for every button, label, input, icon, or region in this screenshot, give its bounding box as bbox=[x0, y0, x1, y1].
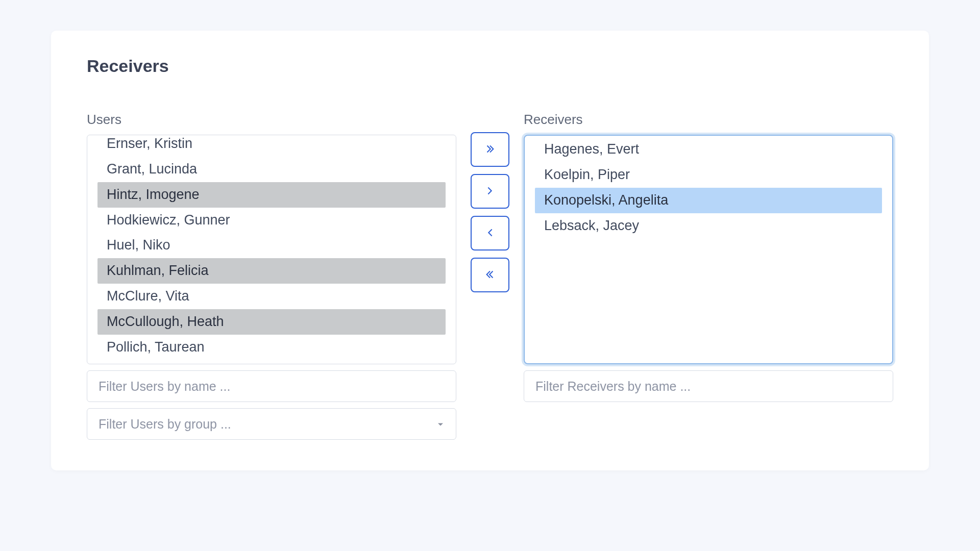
users-listbox[interactable]: Ernser, KristinGrant, LucindaHintz, Imog… bbox=[87, 135, 456, 364]
receivers-filter-name[interactable] bbox=[524, 370, 893, 402]
receivers-column: Receivers Hagenes, EvertKoelpin, PiperKo… bbox=[524, 112, 893, 402]
chevron-down-icon bbox=[436, 417, 445, 432]
receiver-item[interactable]: Konopelski, Angelita bbox=[535, 188, 882, 213]
user-item[interactable]: Hintz, Imogene bbox=[97, 182, 446, 208]
user-item[interactable]: Hodkiewicz, Gunner bbox=[97, 208, 446, 233]
user-item[interactable]: Kuhlman, Felicia bbox=[97, 258, 446, 284]
chevron-right-icon bbox=[484, 185, 496, 198]
receivers-card: Receivers Users Ernser, KristinGrant, Lu… bbox=[51, 31, 929, 470]
transfer-buttons bbox=[471, 112, 509, 292]
receiver-item[interactable]: Lebsack, Jacey bbox=[535, 213, 882, 239]
receiver-item[interactable]: Hagenes, Evert bbox=[535, 137, 882, 162]
receivers-listbox[interactable]: Hagenes, EvertKoelpin, PiperKonopelski, … bbox=[524, 135, 893, 364]
add-selected-button[interactable] bbox=[471, 174, 509, 209]
receivers-label: Receivers bbox=[524, 112, 893, 128]
chevron-double-right-icon bbox=[484, 143, 496, 156]
user-item[interactable]: Grant, Lucinda bbox=[97, 157, 446, 182]
users-filter-name-input[interactable] bbox=[99, 379, 445, 394]
dual-listbox: Users Ernser, KristinGrant, LucindaHintz… bbox=[87, 112, 893, 440]
user-item[interactable]: Huel, Niko bbox=[97, 233, 446, 258]
receivers-filter-name-input[interactable] bbox=[535, 379, 881, 394]
user-item[interactable]: Pollich, Taurean bbox=[97, 335, 446, 360]
users-filter-group[interactable] bbox=[87, 408, 456, 440]
user-item[interactable]: McClure, Vita bbox=[97, 284, 446, 309]
user-item[interactable]: Powlowski, Ubaldo bbox=[97, 360, 446, 364]
user-item[interactable]: McCullough, Heath bbox=[97, 309, 446, 335]
remove-selected-button[interactable] bbox=[471, 216, 509, 251]
users-label: Users bbox=[87, 112, 456, 128]
card-title: Receivers bbox=[87, 56, 893, 76]
users-filter-name[interactable] bbox=[87, 370, 456, 402]
users-column: Users Ernser, KristinGrant, LucindaHintz… bbox=[87, 112, 456, 440]
receiver-item[interactable]: Koelpin, Piper bbox=[535, 162, 882, 188]
user-item[interactable]: Ernser, Kristin bbox=[97, 135, 446, 157]
users-filter-group-input[interactable] bbox=[99, 417, 445, 432]
chevron-left-icon bbox=[484, 227, 496, 240]
add-all-button[interactable] bbox=[471, 132, 509, 167]
remove-all-button[interactable] bbox=[471, 258, 509, 292]
chevron-double-left-icon bbox=[484, 269, 496, 282]
